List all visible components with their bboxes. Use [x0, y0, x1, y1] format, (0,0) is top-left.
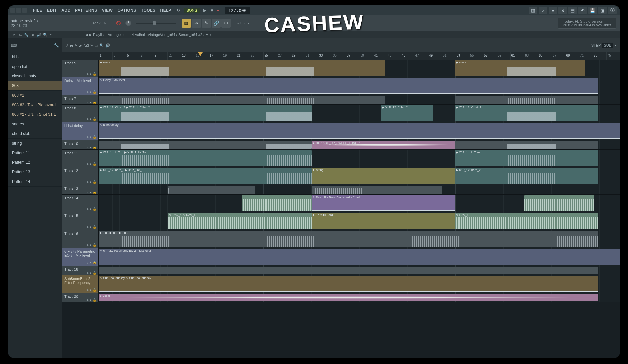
bar-tick[interactable]: 39 [360, 52, 373, 60]
arrow-icon[interactable]: ➔ [192, 19, 201, 28]
bar-tick[interactable]: 3 [112, 52, 126, 60]
automation-icon[interactable]: ↯ [86, 72, 89, 76]
automation-icon[interactable]: ↯ [86, 225, 89, 229]
transport-controls[interactable]: ▶ ■ ● [203, 8, 220, 13]
lock-icon[interactable]: 🔒 [93, 298, 96, 302]
clip[interactable]: ▶ X1P_12..CHat_2 [455, 105, 598, 121]
clip[interactable] [168, 186, 255, 194]
clip[interactable]: ◧ ..ard ◧ ..ard [312, 213, 455, 229]
clip[interactable] [99, 267, 598, 274]
lock-icon[interactable]: 🔒 [93, 225, 96, 229]
pencil-icon[interactable]: ✎ [74, 43, 77, 48]
bar-tick[interactable]: 21 [236, 52, 250, 60]
track-lane[interactable] [99, 266, 620, 275]
stop-icon[interactable]: ■ [209, 8, 214, 13]
lock-icon[interactable]: 🔒 [93, 261, 96, 264]
pattern-item[interactable]: open hat [8, 62, 62, 71]
pattern-item[interactable]: Pattern 14 [8, 177, 62, 187]
lock-icon[interactable]: 🔒 [93, 243, 96, 247]
bar-tick[interactable]: 27 [277, 52, 291, 60]
lock-icon[interactable]: 🔒 [93, 117, 96, 121]
automation-icon[interactable]: ↯ [86, 135, 89, 139]
track-lane[interactable]: ▶ 789KAGE_UP_SWEEP_LONG_1 [99, 140, 620, 149]
eraser-icon[interactable]: ⌫ [84, 43, 89, 48]
track-header[interactable]: Track 12↯●🔒 [62, 167, 99, 185]
bar-tick[interactable]: 1 [99, 52, 112, 60]
pattern-item[interactable]: chord stab [8, 129, 62, 139]
menu-file[interactable]: FILE [31, 8, 44, 13]
track-header[interactable]: Track 13↯●🔒 [62, 185, 99, 194]
bar-tick[interactable]: 73 [593, 52, 606, 60]
bar-tick[interactable]: 45 [401, 52, 414, 60]
volume-knob[interactable] [125, 20, 131, 26]
lock-icon[interactable]: 🔒 [93, 101, 96, 104]
view-mixer-icon[interactable]: ♬ [558, 7, 567, 14]
track-lane[interactable]: ▶ vocal [99, 293, 620, 302]
track-header[interactable]: Track 18↯●🔒 [62, 266, 99, 275]
plus-icon[interactable]: ＋ [32, 42, 38, 48]
pattern-mode-icon[interactable]: ▦ [182, 19, 191, 28]
bar-tick[interactable]: 57 [483, 52, 497, 60]
lock-icon[interactable]: 🔒 [93, 207, 96, 211]
wrench-icon[interactable]: 🔧 [53, 42, 59, 48]
lock-icon[interactable]: 🔒 [93, 90, 96, 94]
menu-items[interactable]: FILEEDITADDPATTERNSVIEWOPTIONSTOOLSHELP [31, 8, 173, 13]
lock-icon[interactable]: 🔒 [93, 135, 96, 139]
automation-icon[interactable]: ↯ [86, 180, 89, 184]
track-lane[interactable]: ✎ RAV_1 ✎ RAV_1◧ ..ard ◧ ..ard✎ RAV_1 [99, 212, 620, 230]
automation-icon[interactable]: ↯ [86, 298, 89, 302]
clip[interactable]: ▶ X1P_1..Hi_Tom ▶ X1P_1..Hi_Tom [99, 150, 312, 166]
bar-tick[interactable]: 53 [456, 52, 469, 60]
mute-dot-icon[interactable]: ● [90, 271, 92, 275]
bar-tick[interactable]: 13 [181, 52, 195, 60]
track-lane[interactable]: ✎ hi hat delay [99, 122, 620, 140]
track-header[interactable]: Track 16↯●🔒 [62, 230, 99, 248]
pattern-item[interactable]: hi hat [8, 52, 62, 62]
track-lane[interactable]: ◧ 808 ◧ 808 ◧ 808 [99, 230, 620, 248]
bar-tick[interactable]: 49 [428, 52, 442, 60]
clip[interactable] [242, 195, 312, 211]
bar-tick[interactable]: 55 [469, 52, 483, 60]
view-playlist-icon[interactable]: ▥ [529, 7, 537, 14]
automation-icon[interactable]: ↯ [86, 271, 89, 275]
lock-icon[interactable]: 🔒 [93, 146, 96, 149]
track-header[interactable]: Track 14↯●🔒 [62, 195, 99, 212]
zoom-icon[interactable]: 🔍 [43, 32, 48, 37]
track-lane[interactable]: ▶ snare▶ snare [99, 60, 620, 77]
bar-tick[interactable]: 71 [579, 52, 593, 60]
automation-icon[interactable]: ↯ [86, 101, 89, 104]
track-header[interactable]: 6 Fruity Parametric EQ 2 - Mix level↯●🔒 [62, 248, 99, 266]
save-icon[interactable]: 💾 [588, 7, 597, 14]
clip[interactable]: ▶ X1P_1..Hi_Tom [455, 150, 598, 166]
mute-dot-icon[interactable]: ● [90, 243, 92, 247]
bar-tick[interactable]: 35 [332, 52, 346, 60]
bar-tick[interactable]: 33 [318, 52, 332, 60]
keyboard-icon[interactable]: ⌨ [11, 42, 17, 48]
mute-dot-icon[interactable]: ● [90, 101, 92, 104]
automation-icon[interactable]: ↯ [86, 243, 89, 247]
clip[interactable] [524, 195, 594, 211]
info-icon[interactable]: ⓘ [608, 7, 617, 14]
clip[interactable] [99, 96, 385, 104]
bar-tick[interactable]: 67 [552, 52, 565, 60]
view-channel-icon[interactable]: ≡ [549, 7, 557, 14]
bar-tick[interactable]: 25 [263, 52, 277, 60]
clip[interactable]: ▶ vocal [99, 294, 598, 301]
paint-icon[interactable]: ✎ [202, 19, 211, 28]
pattern-item[interactable]: snares [8, 119, 62, 129]
clip[interactable]: ✎ RAV_1 [455, 213, 598, 229]
clip[interactable] [455, 96, 598, 104]
slice-icon[interactable]: ✂ [90, 43, 93, 48]
track-header[interactable]: Track 10↯●🔒 [62, 140, 99, 149]
automation-icon[interactable]: ↯ [86, 117, 89, 121]
bar-tick[interactable]: 29 [291, 52, 304, 60]
brush-icon[interactable]: 🖌 [79, 43, 82, 47]
menu-tools[interactable]: TOOLS [139, 8, 158, 13]
tempo-display[interactable]: 127.000 [225, 7, 250, 14]
bar-tick[interactable]: 51 [442, 52, 455, 60]
diamond-icon[interactable]: ◈ [30, 32, 35, 37]
automation-icon[interactable]: ↯ [86, 146, 89, 149]
magnet-icon[interactable]: ☵ [70, 43, 73, 48]
hint-panel[interactable]: Today: FL Studio version 20.8.3 build 23… [558, 18, 616, 29]
pattern-item[interactable]: 808 [8, 81, 62, 91]
